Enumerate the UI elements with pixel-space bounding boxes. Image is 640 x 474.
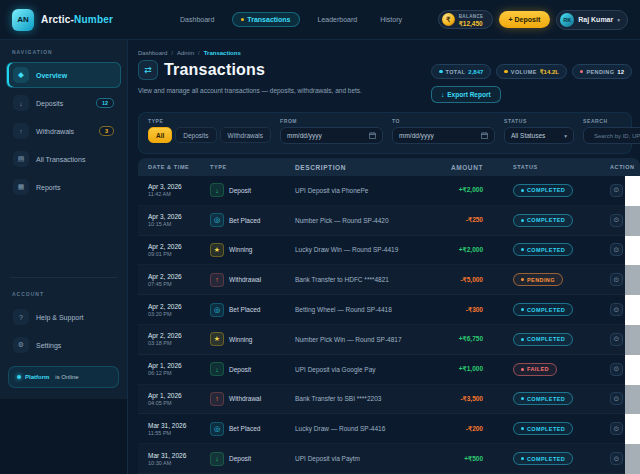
cell-status: COMPLETED: [513, 214, 598, 227]
sidebar-item-overview[interactable]: ◆ Overview: [6, 62, 121, 88]
table-row[interactable]: Apr 3, 2026 10:15 AM ◎ Bet Placed Number…: [138, 206, 625, 236]
sidebar-item-label: All Transactions: [36, 156, 85, 163]
status-dot-icon: [521, 457, 524, 460]
to-date-label: TO: [392, 118, 495, 124]
to-date-value: mm/dd/yyyy: [399, 132, 434, 139]
status-dot-icon: [521, 397, 524, 400]
row-type-label: Bet Placed: [229, 306, 260, 313]
cell-date: Apr 1, 2026 06:12 PM: [138, 362, 210, 376]
stat-label: TOTAL: [446, 69, 466, 75]
sidebar-item-help-support[interactable]: ? Help & Support: [6, 304, 121, 330]
breadcrumb-dashboard[interactable]: Dashboard: [138, 50, 167, 56]
table-row[interactable]: Apr 2, 2026 03:18 PM ★ Winning Number Pi…: [138, 325, 625, 355]
balance-value: ₹12,450: [459, 19, 484, 26]
row-date: Apr 2, 2026: [148, 273, 210, 280]
search-input[interactable]: [594, 133, 640, 139]
type-filter-withdrawals[interactable]: Withdrawals: [220, 127, 271, 143]
row-action-button[interactable]: ⊙: [610, 333, 623, 346]
sidebar-badge: 3: [99, 126, 114, 136]
table-scrollbar[interactable]: [625, 176, 640, 474]
table-row[interactable]: Apr 1, 2026 04:05 PM ↑ Withdrawal Bank T…: [138, 385, 625, 415]
transfer-icon: ⇄: [138, 60, 158, 80]
top-nav-item-label: Dashboard: [180, 16, 214, 23]
row-action-button[interactable]: ⊙: [610, 273, 623, 286]
sidebar-item-label: Help & Support: [36, 314, 83, 321]
sidebar-item-settings[interactable]: ⚙ Settings: [6, 332, 121, 358]
table-row[interactable]: Apr 3, 2026 11:42 AM ↓ Deposit UPI Depos…: [138, 176, 625, 206]
row-time: 09:01 PM: [148, 251, 210, 257]
table-body: Apr 3, 2026 11:42 AM ↓ Deposit UPI Depos…: [138, 176, 625, 474]
arrow-down-icon: ↓: [210, 183, 224, 197]
row-description: UPI Deposit via PhonePe: [295, 187, 435, 194]
row-action-button[interactable]: ⊙: [610, 184, 623, 197]
top-nav-leaderboard[interactable]: Leaderboard: [313, 12, 363, 27]
row-type-label: Winning: [229, 336, 252, 343]
row-action-button[interactable]: ⊙: [610, 303, 623, 316]
row-action-button[interactable]: ⊙: [610, 392, 623, 405]
grid-icon: ▦: [13, 179, 29, 195]
sidebar-item-withdrawals[interactable]: ↑ Withdrawals 3: [6, 118, 121, 144]
row-amount: +₹2,000: [435, 186, 483, 194]
type-filter-deposits[interactable]: Deposits: [175, 127, 216, 143]
row-date: Apr 2, 2026: [148, 332, 210, 339]
dice-icon: ◎: [210, 303, 224, 317]
status-filter-group: STATUS All Statuses ▾: [504, 118, 574, 144]
user-menu[interactable]: RK Raj Kumar ▾: [556, 10, 628, 30]
row-action-button[interactable]: ⊙: [610, 422, 623, 435]
column-header-amount: AMOUNT: [435, 164, 483, 171]
cell-status: COMPLETED: [513, 333, 598, 346]
export-report-button[interactable]: ↓ Export Report: [431, 86, 501, 103]
page-header-left: ⇄ Transactions View and manage all accou…: [138, 60, 390, 103]
row-date: Apr 3, 2026: [148, 183, 210, 190]
row-description: UPI Deposit via Paytm: [295, 455, 435, 462]
status-text: COMPLETED: [527, 456, 565, 462]
balance-pill[interactable]: ₹ BALANCE ₹12,450: [438, 10, 493, 29]
table-row[interactable]: Mar 31, 2026 11:55 PM ◎ Bet Placed Lucky…: [138, 414, 625, 444]
status-select[interactable]: All Statuses ▾: [504, 127, 574, 144]
stat-dot-icon: [580, 70, 584, 74]
row-date: Mar 31, 2026: [148, 452, 210, 459]
stat-dot-icon: [439, 70, 443, 74]
row-time: 03:20 PM: [148, 311, 210, 317]
deposit-button[interactable]: + Deposit: [499, 11, 551, 28]
table-row[interactable]: Apr 2, 2026 03:20 PM ◎ Bet Placed Bettin…: [138, 295, 625, 325]
row-time: 11:42 AM: [148, 191, 210, 197]
star-icon: ★: [210, 243, 224, 257]
status-dot-icon: [521, 248, 524, 251]
sidebar-item-reports[interactable]: ▦ Reports: [6, 174, 121, 200]
cell-status: PENDING: [513, 273, 598, 286]
cell-date: Apr 2, 2026 09:01 PM: [138, 243, 210, 257]
page-header-right: TOTAL 2,847 VOLUME ₹14.2L PENDING 12 ↓ E…: [431, 60, 632, 103]
row-action-button[interactable]: ⊙: [610, 363, 623, 376]
status-text: COMPLETED: [527, 187, 565, 193]
brand-logo[interactable]: AN: [12, 9, 34, 31]
table-row[interactable]: Apr 2, 2026 09:01 PM ★ Winning Lucky Dra…: [138, 236, 625, 266]
to-date-group: TO mm/dd/yyyy: [392, 118, 495, 144]
status-dot-icon: [521, 308, 524, 311]
platform-status-text: is Online: [55, 374, 78, 380]
row-amount: -₹300: [435, 306, 483, 314]
table-row[interactable]: Mar 31, 2026 10:30 AM ↓ Deposit UPI Depo…: [138, 444, 625, 474]
row-action-button[interactable]: ⊙: [610, 243, 623, 256]
type-filter-all[interactable]: All: [148, 127, 172, 143]
table-row[interactable]: Apr 2, 2026 07:45 PM ↑ Withdrawal Bank T…: [138, 265, 625, 295]
row-type-label: Winning: [229, 246, 252, 253]
row-type-label: Deposit: [229, 455, 251, 462]
from-date-input[interactable]: mm/dd/yyyy: [280, 127, 383, 144]
status-badge: COMPLETED: [513, 422, 573, 435]
top-nav-history[interactable]: History: [375, 12, 407, 27]
status-badge: PENDING: [513, 273, 563, 286]
row-action-button[interactable]: ⊙: [610, 214, 623, 227]
sidebar-item-deposits[interactable]: ↓ Deposits 12: [6, 90, 121, 116]
to-date-input[interactable]: mm/dd/yyyy: [392, 127, 495, 144]
stat-label: PENDING: [586, 69, 614, 75]
row-action-button[interactable]: ⊙: [610, 452, 623, 465]
status-select-value: All Statuses: [511, 132, 545, 139]
top-nav-dashboard[interactable]: Dashboard: [175, 12, 219, 27]
top-nav-transactions[interactable]: Transactions: [232, 12, 299, 27]
status-dot-icon: [521, 338, 524, 341]
breadcrumb-admin[interactable]: Admin: [177, 50, 194, 56]
table-row[interactable]: Apr 1, 2026 06:12 PM ↓ Deposit UPI Depos…: [138, 355, 625, 385]
cell-date: Apr 2, 2026 07:45 PM: [138, 273, 210, 287]
sidebar-item-all-transactions[interactable]: ▤ All Transactions: [6, 146, 121, 172]
